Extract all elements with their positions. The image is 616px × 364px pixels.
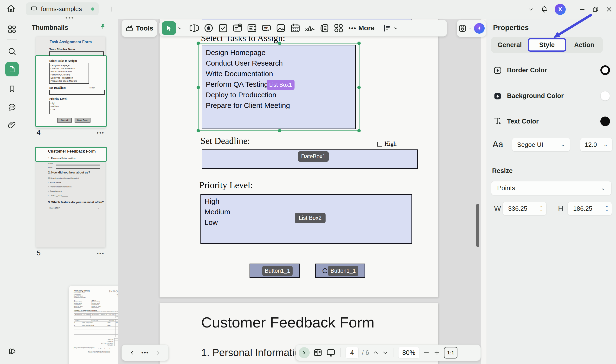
width-stepper[interactable]: ⌃⌄ (540, 206, 543, 211)
mini-cf-section2: 2. How did you hear about us? (48, 171, 90, 174)
minimize-button[interactable] (578, 6, 586, 13)
search-button[interactable] (6, 46, 18, 57)
notifications-button[interactable] (540, 5, 548, 13)
swatches-button[interactable] (6, 345, 18, 357)
height-value: 186.25 (573, 205, 592, 212)
bell-icon (540, 5, 548, 13)
document-page-4[interactable]: Select Tasks to Assign: Design Homepage … (160, 19, 438, 298)
text-color-swatch[interactable] (600, 117, 610, 126)
bookmarks-button[interactable] (6, 83, 18, 95)
zoom-out-button[interactable] (423, 349, 430, 356)
new-tab-button[interactable] (106, 4, 116, 14)
mini-high-checkbox: ☐ High (89, 87, 95, 89)
width-input[interactable]: 336.25 ⌃⌄ (503, 202, 546, 215)
save-button[interactable] (458, 24, 467, 33)
expand-bar-button[interactable] (299, 347, 310, 358)
font-sample: Aa (492, 139, 503, 149)
actual-size-button[interactable]: 1:1 (444, 347, 457, 358)
high-checkbox[interactable] (377, 142, 382, 147)
mini-feature-dropdown: Convert PDF▾ (48, 206, 100, 210)
page-number-4: 4 (37, 128, 41, 136)
thumb-5-menu[interactable]: ••• (97, 250, 104, 257)
tab-action[interactable]: Action (566, 41, 602, 49)
titlebar: forms-samples X (0, 0, 616, 19)
close-button[interactable] (605, 6, 613, 13)
date-field-tool[interactable] (288, 21, 302, 35)
more-fields-grid-tool[interactable] (332, 21, 346, 35)
panel-resize-handle[interactable]: ••• (65, 14, 74, 21)
list-option[interactable]: Conduct User Research (202, 58, 355, 68)
two-page-view-button[interactable] (313, 348, 323, 358)
apps-grid-button[interactable] (6, 24, 18, 35)
text-field-tool[interactable] (187, 21, 201, 35)
listbox-tool[interactable] (245, 21, 259, 35)
combobox-tool[interactable] (231, 21, 244, 35)
duplicate-fields-tool[interactable] (317, 21, 331, 35)
restore-button[interactable] (592, 6, 599, 13)
page-menu-dots[interactable]: ••• (141, 349, 149, 356)
attachments-button[interactable] (6, 119, 18, 131)
alignment-tool[interactable] (381, 23, 400, 33)
plus-icon (108, 6, 114, 13)
collapse-toolbar-chevron[interactable] (528, 6, 534, 13)
list-option[interactable]: Prepare for Client Meeting (202, 100, 355, 111)
presentation-button[interactable] (326, 348, 336, 358)
pin-panel-button[interactable] (99, 23, 106, 31)
document-tab[interactable]: forms-samples (26, 2, 99, 15)
zoom-in-button[interactable] (433, 349, 441, 356)
checkbox-tool[interactable] (216, 21, 230, 35)
height-stepper[interactable]: ⌃⌄ (605, 206, 608, 211)
mini-email-input (56, 166, 100, 169)
next-chevron[interactable] (154, 349, 161, 356)
background-color-swatch[interactable] (600, 91, 610, 101)
thumb-4-menu[interactable]: ••• (97, 130, 104, 136)
datebox-name-badge: DateBox1 (298, 151, 329, 162)
font-family-select[interactable]: Segoe UI ⌄ (512, 138, 570, 151)
feedback-section1: 1. Personal Information (201, 347, 306, 358)
document-canvas[interactable]: Select Tasks to Assign: Design Homepage … (118, 19, 487, 364)
comments-button[interactable] (6, 101, 18, 113)
page-up-button[interactable] (373, 350, 379, 356)
mini-task-listbox: Design Homepage Conduct User Research Wr… (49, 63, 89, 84)
zoom-level[interactable]: 80% (398, 347, 420, 358)
page-down-button[interactable] (382, 350, 388, 356)
canvas-right-gutter (481, 19, 487, 364)
resize-title: Resize (492, 167, 513, 175)
page-number-input[interactable]: 4 (346, 347, 359, 358)
ai-assistant-button[interactable]: ✦ (474, 23, 485, 34)
list-option[interactable]: High (201, 196, 411, 207)
tab-general[interactable]: General (492, 41, 528, 49)
thumbnail-page-4[interactable]: Task Assignment Form Team Member Name: S… (36, 37, 105, 128)
view-control-bar: 4 / 6 80% 1:1 (295, 345, 481, 361)
tools-button[interactable]: Tools (122, 20, 157, 37)
height-input[interactable]: 186.25 ⌃⌄ (568, 202, 612, 215)
prev-chevron[interactable] (129, 349, 136, 356)
save-options-chevron[interactable] (468, 26, 473, 30)
font-family-value: Segoe UI (517, 141, 543, 148)
more-tools-button[interactable]: ••• More (346, 24, 377, 32)
canvas-scrollbar[interactable] (476, 204, 479, 247)
home-button[interactable] (5, 3, 17, 15)
select-tool-chevron[interactable] (177, 26, 182, 30)
thumbnails-panel-button[interactable] (5, 62, 19, 76)
border-color-row: Border Color (487, 65, 616, 76)
background-color-icon (493, 91, 502, 102)
signature-field-tool[interactable] (303, 21, 317, 35)
border-color-swatch[interactable] (600, 65, 610, 75)
bar-divider-2 (393, 348, 393, 357)
unit-value: Points (497, 184, 515, 192)
deadline-heading: Set Deadline: (200, 135, 250, 146)
list-option[interactable]: Design Homepage (202, 47, 355, 58)
push-button-tool[interactable]: OK (259, 21, 273, 35)
cursor-icon (165, 25, 172, 32)
radio-button-tool[interactable] (202, 21, 216, 35)
select-tool-button[interactable] (162, 21, 176, 35)
thumbnail-page-5[interactable]: Customer Feedback Form 1. Personal Infor… (36, 147, 105, 247)
section-divider (491, 161, 611, 161)
font-size-select[interactable]: 12.0 ⌄ (580, 138, 612, 151)
toolbar-divider-2 (379, 24, 379, 33)
list-option[interactable]: Deploy to Producction (202, 90, 355, 100)
list-option[interactable]: Write Documentation (202, 68, 355, 79)
image-field-tool[interactable] (274, 21, 288, 35)
unit-select[interactable]: Points ⌄ (491, 181, 611, 195)
